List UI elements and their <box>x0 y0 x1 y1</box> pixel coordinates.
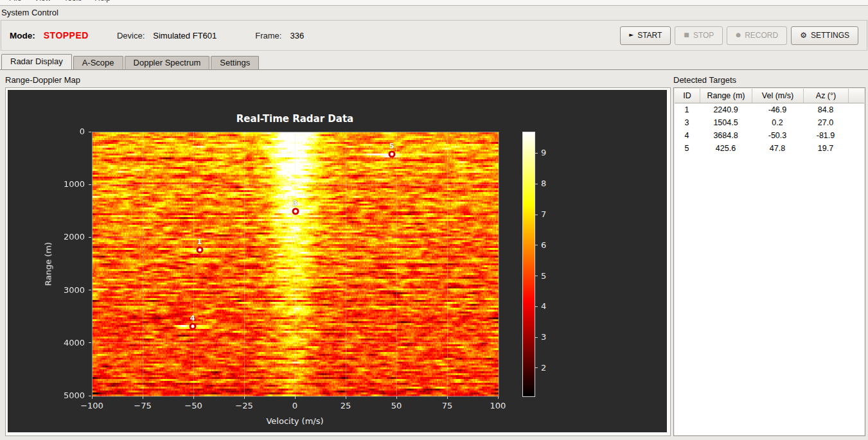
x-tick-label: −100 <box>73 401 111 410</box>
device-value: Simulated FT601 <box>153 31 217 40</box>
tab-radar-display[interactable]: Radar Display <box>1 54 72 69</box>
target-marker-label: 3 <box>285 198 305 207</box>
x-axis-label: Velocity (m/s) <box>92 416 498 426</box>
colorbar <box>522 132 535 397</box>
cell-id: 4 <box>674 129 700 142</box>
x-tick-label: 0 <box>276 401 314 410</box>
column-header-range[interactable]: Range (m) <box>700 89 752 103</box>
y-tickmark <box>89 237 91 238</box>
y-axis-label: Range (m) <box>44 242 53 285</box>
table-row[interactable]: 5 425.6 47.8 19.7 <box>674 142 865 155</box>
target-marker-ring <box>389 150 396 157</box>
tab-doppler-spectrum[interactable]: Doppler Spectrum <box>125 56 210 69</box>
x-tick-label: 75 <box>428 401 466 410</box>
y-gridline <box>92 342 498 343</box>
cell-range: 1504.5 <box>700 116 752 129</box>
menu-item-view[interactable]: View <box>28 0 57 3</box>
cell-vel: -46.9 <box>752 103 803 116</box>
x-tickmark <box>346 396 346 399</box>
mode-label: Mode: <box>10 31 35 40</box>
detected-targets-group-title: Detected Targets <box>673 75 736 85</box>
colorbar-tickmark <box>535 367 538 368</box>
x-gridline <box>447 132 448 396</box>
x-tick-label: 50 <box>377 401 416 410</box>
start-button[interactable]: ► START <box>620 26 671 45</box>
x-gridline <box>143 132 143 396</box>
play-icon: ► <box>629 31 633 38</box>
y-gridline <box>92 396 498 396</box>
y-tick-label: 5000 <box>8 391 85 400</box>
colorbar-tickmark <box>535 245 538 245</box>
detected-targets-table: ID Range (m) Vel (m/s) Az (°) 1 2240.9 -… <box>673 87 865 436</box>
column-header-az[interactable]: Az (°) <box>804 89 849 103</box>
x-tickmark <box>447 396 448 399</box>
cell-id: 1 <box>674 103 700 116</box>
range-doppler-map-group-title: Range-Doppler Map <box>5 75 80 85</box>
colorbar-tickmark <box>535 337 538 338</box>
x-gridline <box>193 132 194 396</box>
y-tickmark <box>89 132 91 132</box>
table-row[interactable]: 3 1504.5 0.2 27.0 <box>674 116 865 129</box>
target-marker-label: 5 <box>382 141 402 150</box>
cell-vel: 0.2 <box>752 116 803 129</box>
y-tickmark <box>89 342 91 343</box>
radar-display-pane: Range-Doppler Map Real-Time Radar Data −… <box>0 70 868 440</box>
y-tick-label: 0 <box>8 127 85 136</box>
mode-status-value: STOPPED <box>44 30 89 40</box>
y-tickmark <box>89 396 91 396</box>
record-button[interactable]: ● RECORD <box>727 26 787 45</box>
target-marker-label: 1 <box>190 238 209 246</box>
x-tickmark <box>244 396 245 399</box>
x-gridline <box>498 132 499 396</box>
transport-buttons: ► START ■ STOP ● RECORD ⚙ SETTINGS <box>620 26 858 45</box>
target-marker: 1 <box>196 247 203 254</box>
target-marker-ring <box>292 207 299 215</box>
system-control-group-title: System Control <box>1 8 58 17</box>
target-marker: 5 <box>389 150 396 157</box>
x-tickmark <box>498 396 499 399</box>
table-header-row: ID Range (m) Vel (m/s) Az (°) <box>675 89 864 103</box>
colorbar-tick-label: 3 <box>541 332 560 342</box>
plot-title: Real-Time Radar Data <box>92 113 498 125</box>
colorbar-tick-label: 5 <box>541 271 560 281</box>
colorbar-tick-label: 4 <box>541 301 560 311</box>
range-doppler-plot: Real-Time Radar Data −100−75−50−25025507… <box>8 90 667 432</box>
menu-item-tools[interactable]: Tools <box>57 0 88 3</box>
frame-label: Frame: <box>255 31 281 40</box>
table-row[interactable]: 4 3684.8 -50.3 -81.9 <box>674 129 865 142</box>
x-tick-label: 25 <box>326 401 365 410</box>
table-header-filler <box>849 89 864 103</box>
column-header-vel[interactable]: Vel (m/s) <box>752 89 804 103</box>
cell-vel: 47.8 <box>752 142 803 155</box>
cell-filler <box>848 116 865 129</box>
stop-button[interactable]: ■ STOP <box>675 26 723 45</box>
cell-range: 425.6 <box>700 142 752 155</box>
colorbar-tick-label: 9 <box>541 148 560 157</box>
menu-item-help[interactable]: Help <box>88 0 117 3</box>
gear-icon: ⚙ <box>800 31 807 40</box>
y-tick-label: 1000 <box>8 179 85 189</box>
stop-button-label: STOP <box>693 31 714 40</box>
colorbar-tick-label: 2 <box>541 363 560 373</box>
settings-button[interactable]: ⚙ SETTINGS <box>791 26 858 45</box>
heatmap-axes <box>92 132 499 397</box>
x-tickmark <box>143 396 143 399</box>
x-tickmark <box>193 396 194 399</box>
y-tick-label: 4000 <box>8 338 85 348</box>
x-tickmark <box>295 396 296 399</box>
target-marker: 3 <box>292 207 299 215</box>
cell-filler <box>848 103 865 116</box>
x-tick-label: −75 <box>123 401 162 410</box>
column-header-id[interactable]: ID <box>675 89 700 103</box>
table-row[interactable]: 1 2240.9 -46.9 84.8 <box>674 103 865 116</box>
colorbar-tick-label: 8 <box>541 179 560 188</box>
cell-filler <box>848 129 865 142</box>
menu-item-file[interactable]: File <box>3 0 28 3</box>
tab-settings[interactable]: Settings <box>211 56 259 69</box>
x-tick-label: 100 <box>479 401 517 410</box>
colorbar-tick-label: 6 <box>541 240 560 250</box>
tab-a-scope[interactable]: A-Scope <box>73 56 123 69</box>
system-control-panel: Mode: STOPPED Device: Simulated FT601 Fr… <box>1 20 867 51</box>
settings-button-label: SETTINGS <box>811 31 849 40</box>
y-gridline <box>92 184 498 185</box>
